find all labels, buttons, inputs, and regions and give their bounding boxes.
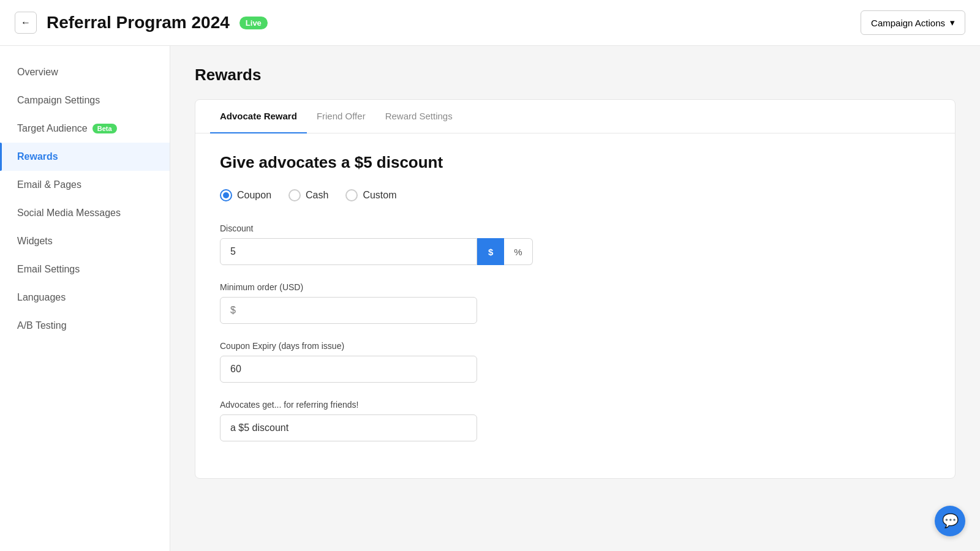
chat-icon: 💬 [942, 513, 959, 529]
header: ← Referral Program 2024 Live Campaign Ac… [0, 0, 980, 46]
radio-option-cash[interactable]: Cash [288, 189, 328, 201]
header-left: ← Referral Program 2024 Live [15, 12, 268, 34]
reward-type-radio-group: Coupon Cash Custom [220, 189, 930, 201]
radio-circle-custom [345, 189, 358, 201]
sidebar-label-social-media: Social Media Messages [17, 208, 121, 219]
radio-option-custom[interactable]: Custom [345, 189, 396, 201]
sidebar-item-ab-testing[interactable]: A/B Testing [0, 312, 170, 340]
sidebar-item-email-pages[interactable]: Email & Pages [0, 171, 170, 199]
currency-dollar-button[interactable]: $ [477, 238, 504, 265]
sidebar-label-campaign-settings: Campaign Settings [17, 95, 100, 106]
dropdown-icon: ▾ [950, 17, 955, 28]
tab-content: Give advocates a $5 discount Coupon Cash [195, 133, 955, 478]
back-icon: ← [21, 17, 31, 28]
sidebar-label-widgets: Widgets [17, 236, 53, 247]
advocates-get-label: Advocates get... for referring friends! [220, 400, 930, 410]
sidebar-label-overview: Overview [17, 67, 58, 78]
sidebar-label-email-settings: Email Settings [17, 264, 80, 275]
live-badge: Live [239, 17, 268, 29]
advocates-get-input[interactable] [220, 414, 477, 441]
sidebar: Overview Campaign Settings Target Audien… [0, 46, 170, 551]
sidebar-item-email-settings[interactable]: Email Settings [0, 255, 170, 283]
campaign-actions-button[interactable]: Campaign Actions ▾ [861, 10, 965, 35]
discount-input[interactable] [220, 238, 477, 265]
minimum-order-input[interactable] [220, 297, 477, 324]
rewards-card: Advocate Reward Friend Offer Reward Sett… [195, 99, 956, 479]
radio-label-custom: Custom [363, 190, 396, 201]
sidebar-item-campaign-settings[interactable]: Campaign Settings [0, 86, 170, 114]
coupon-expiry-label: Coupon Expiry (days from issue) [220, 341, 930, 351]
radio-circle-cash [288, 189, 301, 201]
tab-friend-offer[interactable]: Friend Offer [307, 100, 375, 133]
sidebar-label-rewards: Rewards [17, 151, 58, 162]
sidebar-item-target-audience[interactable]: Target Audience Beta [0, 114, 170, 143]
sidebar-item-social-media[interactable]: Social Media Messages [0, 199, 170, 227]
sidebar-label-ab-testing: A/B Testing [17, 320, 67, 331]
discount-input-row: $ % [220, 238, 930, 265]
reward-title: Give advocates a $5 discount [220, 153, 930, 172]
minimum-order-label: Minimum order (USD) [220, 282, 930, 292]
radio-option-coupon[interactable]: Coupon [220, 189, 271, 201]
sidebar-item-rewards[interactable]: Rewards [0, 143, 170, 171]
discount-label: Discount [220, 223, 930, 233]
back-button[interactable]: ← [15, 12, 37, 34]
campaign-actions-label: Campaign Actions [871, 18, 945, 28]
sidebar-item-languages[interactable]: Languages [0, 283, 170, 312]
coupon-expiry-field-group: Coupon Expiry (days from issue) [220, 341, 930, 383]
section-title: Rewards [195, 66, 956, 84]
radio-circle-coupon [220, 189, 232, 201]
sidebar-label-languages: Languages [17, 292, 66, 303]
sidebar-label-email-pages: Email & Pages [17, 179, 81, 190]
sidebar-item-overview[interactable]: Overview [0, 58, 170, 86]
advocates-get-field-group: Advocates get... for referring friends! [220, 400, 930, 441]
radio-label-cash: Cash [306, 190, 328, 201]
discount-field-group: Discount $ % [220, 223, 930, 265]
tab-reward-settings[interactable]: Reward Settings [375, 100, 462, 133]
chat-button[interactable]: 💬 [935, 506, 965, 536]
coupon-expiry-input[interactable] [220, 356, 477, 383]
page-title: Referral Program 2024 [47, 13, 230, 32]
beta-badge: Beta [92, 124, 117, 133]
sidebar-item-widgets[interactable]: Widgets [0, 227, 170, 255]
percent-button[interactable]: % [504, 238, 532, 265]
main-content: Rewards Advocate Reward Friend Offer Rew… [170, 46, 980, 551]
minimum-order-field-group: Minimum order (USD) [220, 282, 930, 324]
tab-advocate-reward[interactable]: Advocate Reward [210, 100, 307, 133]
app-layout: Overview Campaign Settings Target Audien… [0, 46, 980, 551]
radio-label-coupon: Coupon [237, 190, 271, 201]
tab-bar: Advocate Reward Friend Offer Reward Sett… [195, 100, 955, 133]
sidebar-label-target-audience: Target Audience [17, 123, 88, 134]
